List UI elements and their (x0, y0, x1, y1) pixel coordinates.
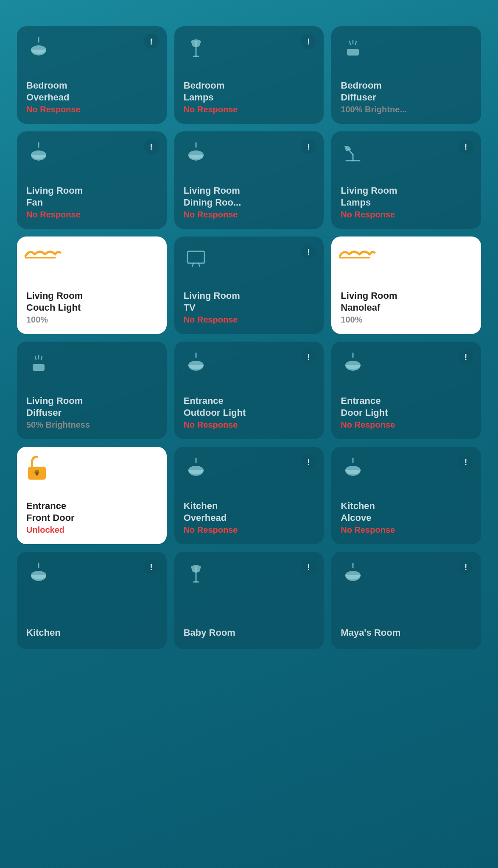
tile-status-living-room-couch: 100% (26, 315, 157, 325)
tile-living-room-nanoleaf[interactable]: Living RoomNanoleaf 100% (331, 236, 481, 334)
tile-status-bedroom-lamps: No Response (184, 105, 315, 114)
alert-badge: ! (301, 349, 316, 364)
tile-living-room-dining[interactable]: ! Living RoomDining Roo... No Response (174, 131, 324, 229)
tile-status-living-room-nanoleaf: 100% (341, 315, 472, 325)
desk-lamp-icon (341, 141, 365, 165)
diffuser-icon (341, 36, 365, 60)
tile-status-bedroom-overhead: No Response (26, 105, 157, 114)
svg-line-7 (355, 41, 356, 45)
tile-status-living-room-diffuser: 50% Brightness (26, 420, 157, 430)
tile-kitchen[interactable]: ! Kitchen (17, 552, 167, 649)
tile-name-bedroom-lamps: BedroomLamps (184, 80, 315, 103)
tile-name-entrance-outdoor-light: EntranceOutdoor Light (184, 395, 315, 418)
tile-entrance-outdoor-light[interactable]: ! EntranceOutdoor Light No Response (174, 342, 324, 439)
ceiling-light-icon (184, 351, 208, 376)
svg-line-21 (35, 356, 36, 360)
tile-entrance-front-door[interactable]: EntranceFront Door Unlocked (17, 447, 167, 544)
ceiling-light-icon (341, 351, 365, 376)
alert-badge: ! (301, 244, 316, 259)
ceiling-light-icon (26, 561, 51, 586)
tile-baby-room[interactable]: ! Baby Room (174, 552, 324, 649)
nanoleaf-icon (24, 246, 62, 261)
tile-kitchen-alcove[interactable]: ! KitchenAlcove No Response (331, 447, 481, 544)
tile-kitchen-overhead[interactable]: ! KitchenOverhead No Response (174, 447, 324, 544)
tile-living-room-diffuser[interactable]: Living RoomDiffuser 50% Brightness (17, 342, 167, 439)
alert-badge: ! (144, 139, 159, 154)
tile-name-baby-room: Baby Room (184, 627, 315, 639)
ceiling-light-icon (341, 456, 365, 481)
tile-name-kitchen-overhead: KitchenOverhead (184, 500, 315, 523)
tile-status-bedroom-diffuser: 100% Brightne... (341, 105, 472, 114)
alert-badge: ! (458, 559, 473, 575)
tile-name-living-room-couch: Living RoomCouch Light (26, 290, 157, 313)
tile-name-living-room-lamps: Living RoomLamps (341, 185, 472, 208)
svg-rect-16 (187, 251, 204, 263)
alert-badge: ! (144, 34, 159, 49)
tile-status-living-room-lamps: No Response (341, 210, 472, 220)
tile-status-living-room-fan: No Response (26, 210, 157, 220)
ceiling-light-icon (184, 141, 208, 165)
alert-badge: ! (144, 559, 159, 575)
tile-entrance-door-light[interactable]: ! EntranceDoor Light No Response (331, 342, 481, 439)
tile-status-living-room-dining: No Response (184, 210, 315, 220)
nanoleaf-icon (338, 246, 376, 261)
svg-rect-20 (33, 364, 45, 371)
tile-name-entrance-front-door: EntranceFront Door (26, 500, 157, 523)
ceiling-light-icon (26, 36, 51, 60)
tile-name-living-room-diffuser: Living RoomDiffuser (26, 395, 157, 418)
lock-icon (25, 454, 49, 481)
diffuser-icon (26, 351, 51, 376)
tile-name-kitchen-alcove: KitchenAlcove (341, 500, 472, 523)
tile-mayas-room[interactable]: ! Maya's Room (331, 552, 481, 649)
ceiling-light-icon (26, 141, 51, 165)
tile-bedroom-diffuser[interactable]: BedroomDiffuser 100% Brightne... (331, 26, 481, 124)
svg-rect-4 (347, 49, 359, 56)
tile-name-bedroom-overhead: BedroomOverhead (26, 80, 157, 103)
tile-living-room-tv[interactable]: ! Living RoomTV No Response (174, 236, 324, 334)
alert-badge: ! (301, 139, 316, 154)
tile-status-kitchen-alcove: No Response (341, 525, 472, 535)
alert-badge: ! (458, 454, 473, 470)
floor-lamp-icon (184, 561, 208, 586)
tile-name-mayas-room: Maya's Room (341, 627, 472, 639)
svg-line-14 (349, 150, 353, 155)
tv-icon (184, 246, 208, 270)
tile-status-kitchen-overhead: No Response (184, 525, 315, 535)
floor-lamp-icon (184, 36, 208, 60)
tile-name-kitchen: Kitchen (26, 627, 157, 639)
tile-status-living-room-tv: No Response (184, 315, 315, 325)
alert-badge: ! (301, 559, 316, 575)
svg-line-5 (350, 41, 350, 45)
accessories-grid: ! BedroomOverhead No Response ! BedroomL… (0, 22, 498, 666)
ceiling-light-icon (341, 561, 365, 586)
tile-name-living-room-nanoleaf: Living RoomNanoleaf (341, 290, 472, 313)
tile-status-entrance-front-door: Unlocked (26, 525, 157, 535)
svg-rect-30 (36, 473, 38, 476)
page-header (0, 0, 498, 22)
tile-name-living-room-fan: Living RoomFan (26, 185, 157, 208)
tile-bedroom-lamps[interactable]: ! BedroomLamps No Response (174, 26, 324, 124)
tile-bedroom-overhead[interactable]: ! BedroomOverhead No Response (17, 26, 167, 124)
tile-name-living-room-tv: Living RoomTV (184, 290, 315, 313)
svg-line-23 (41, 356, 42, 360)
alert-badge: ! (458, 349, 473, 364)
tile-living-room-couch[interactable]: Living RoomCouch Light 100% (17, 236, 167, 334)
alert-badge: ! (301, 454, 316, 470)
ceiling-light-icon (184, 456, 208, 481)
tile-living-room-lamps[interactable]: ! Living RoomLamps No Response (331, 131, 481, 229)
tile-name-entrance-door-light: EntranceDoor Light (341, 395, 472, 418)
tile-name-bedroom-diffuser: BedroomDiffuser (341, 80, 472, 103)
tile-living-room-fan[interactable]: ! Living RoomFan No Response (17, 131, 167, 229)
alert-badge: ! (458, 139, 473, 154)
tile-status-entrance-door-light: No Response (341, 420, 472, 430)
tile-status-entrance-outdoor-light: No Response (184, 420, 315, 430)
tile-name-living-room-dining: Living RoomDining Roo... (184, 185, 315, 208)
alert-badge: ! (301, 34, 316, 49)
